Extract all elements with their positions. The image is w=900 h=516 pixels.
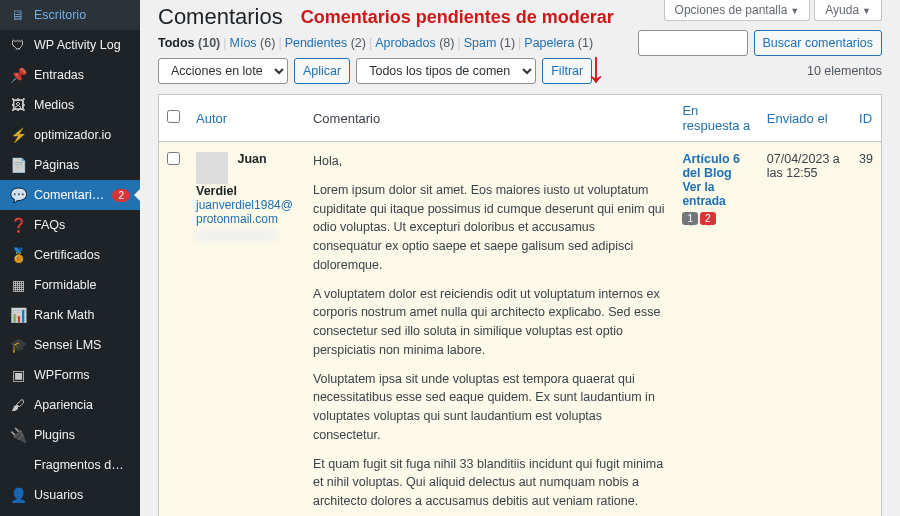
menu-icon — [10, 457, 26, 473]
menu-icon: 🔌 — [10, 427, 26, 443]
sidebar-item-escritorio[interactable]: 🖥Escritorio — [0, 0, 140, 30]
sidebar-item-label: optimizador.io — [34, 128, 130, 142]
menu-icon: 👤 — [10, 487, 26, 503]
page-title: Comentarios — [158, 4, 283, 30]
sidebar-item-label: Usuarios — [34, 488, 130, 502]
menu-icon: 🖥 — [10, 7, 26, 23]
menu-icon: 🖼 — [10, 97, 26, 113]
sidebar-item-comentarios[interactable]: 💬Comentarios2 — [0, 180, 140, 210]
search-comments-button[interactable]: Buscar comentarios — [754, 30, 882, 56]
sidebar-item-label: Escritorio — [34, 8, 130, 22]
status-filter-pendientes[interactable]: Pendientes (2) — [285, 36, 366, 50]
response-cell: Artículo 6 del Blog Ver la entrada 1 2 — [674, 142, 758, 517]
sidebar-item-label: Páginas — [34, 158, 130, 172]
pending-count-bubble[interactable]: 2 — [700, 212, 716, 225]
sidebar-item-label: Medios — [34, 98, 130, 112]
menu-icon: 🎓 — [10, 337, 26, 353]
sidebar-item-faqs[interactable]: ❓FAQs — [0, 210, 140, 240]
comments-table: Autor Comentario En respuesta a Enviado … — [158, 94, 882, 516]
menu-icon: 📌 — [10, 67, 26, 83]
sidebar-item-fragmentos-de-c-digo[interactable]: Fragmentos de código — [0, 450, 140, 480]
avatar — [196, 152, 228, 184]
bulk-action-select[interactable]: Acciones en lote — [158, 58, 288, 84]
comment-cell: Hola,Lorem ipsum dolor sit amet. Eos mai… — [305, 142, 674, 517]
annotation-label: Comentarios pendientes de moderar — [301, 7, 614, 28]
comment-type-select[interactable]: Todos los tipos de comen — [356, 58, 536, 84]
sidebar-item-sensei-lms[interactable]: 🎓Sensei LMS — [0, 330, 140, 360]
sidebar-item-label: Rank Math — [34, 308, 130, 322]
item-count: 10 elementos — [807, 64, 882, 78]
sidebar-item-label: Apariencia — [34, 398, 130, 412]
sidebar-item-optimizador-io[interactable]: ⚡optimizador.io — [0, 120, 140, 150]
menu-icon: 🏅 — [10, 247, 26, 263]
table-row: Juan Verdiel juanverdiel1984@protonmail.… — [159, 142, 882, 517]
sidebar-item-entradas[interactable]: 📌Entradas — [0, 60, 140, 90]
select-all-checkbox[interactable] — [167, 110, 180, 123]
status-filter-todos[interactable]: Todos (10) — [158, 36, 220, 50]
status-filter-spam[interactable]: Spam (1) — [464, 36, 515, 50]
sidebar-item-label: Plugins — [34, 428, 130, 442]
caret-down-icon: ▼ — [862, 6, 871, 16]
sidebar-item-wpforms[interactable]: ▣WPForms — [0, 360, 140, 390]
filter-button[interactable]: Filtrar — [542, 58, 592, 84]
menu-icon: ⚡ — [10, 127, 26, 143]
menu-icon: ❓ — [10, 217, 26, 233]
sidebar-item-label: Formidable — [34, 278, 130, 292]
col-comment: Comentario — [305, 95, 674, 142]
col-author[interactable]: Autor — [196, 111, 227, 126]
main-content: Opciones de pantalla▼ Ayuda▼ Buscar come… — [140, 0, 900, 516]
sidebar-item-label: Comentarios — [34, 188, 104, 202]
sidebar-item-wp-activity-log[interactable]: 🛡WP Activity Log — [0, 30, 140, 60]
caret-down-icon: ▼ — [790, 6, 799, 16]
col-date[interactable]: Enviado el — [767, 111, 828, 126]
author-cell: Juan Verdiel juanverdiel1984@protonmail.… — [188, 142, 305, 517]
row-checkbox[interactable] — [167, 152, 180, 165]
menu-icon: 📄 — [10, 157, 26, 173]
sidebar-item-certificados[interactable]: 🏅Certificados — [0, 240, 140, 270]
menu-icon: 📊 — [10, 307, 26, 323]
id-cell: 39 — [851, 142, 881, 517]
admin-sidebar: 🖥Escritorio🛡WP Activity Log📌Entradas🖼Med… — [0, 0, 140, 516]
search-comments-box: Buscar comentarios — [638, 30, 882, 56]
sidebar-item-label: FAQs — [34, 218, 130, 232]
bulk-apply-button[interactable]: Aplicar — [294, 58, 350, 84]
sidebar-item-label: Sensei LMS — [34, 338, 130, 352]
menu-icon: 🖌 — [10, 397, 26, 413]
view-post-link[interactable]: Ver la entrada — [682, 180, 725, 208]
sidebar-item-medios[interactable]: 🖼Medios — [0, 90, 140, 120]
sidebar-item-label: Certificados — [34, 248, 130, 262]
status-filter-míos[interactable]: Míos (6) — [230, 36, 276, 50]
sidebar-item-profile-builder[interactable]: 👤Profile Builder — [0, 510, 140, 516]
toolbar: Acciones en lote Aplicar Todos los tipos… — [158, 58, 882, 84]
response-post-link[interactable]: Artículo 6 del Blog — [682, 152, 740, 180]
sidebar-item-label: WPForms — [34, 368, 130, 382]
sidebar-item-label: WP Activity Log — [34, 38, 130, 52]
screen-options-tab[interactable]: Opciones de pantalla▼ — [664, 0, 811, 21]
blurred-line — [196, 230, 276, 240]
menu-icon: 💬 — [10, 187, 26, 203]
help-tab[interactable]: Ayuda▼ — [814, 0, 882, 21]
sidebar-item-label: Entradas — [34, 68, 130, 82]
approved-count-bubble[interactable]: 1 — [682, 212, 698, 225]
search-comments-input[interactable] — [638, 30, 748, 56]
author-email[interactable]: juanverdiel1984@protonmail.com — [196, 198, 293, 226]
sidebar-item-apariencia[interactable]: 🖌Apariencia — [0, 390, 140, 420]
sidebar-item-plugins[interactable]: 🔌Plugins — [0, 420, 140, 450]
sidebar-item-p-ginas[interactable]: 📄Páginas — [0, 150, 140, 180]
date-cell: 07/04/2023 a las 12:55 — [759, 142, 851, 517]
col-id[interactable]: ID — [859, 111, 872, 126]
sidebar-item-formidable[interactable]: ▦Formidable — [0, 270, 140, 300]
menu-icon: ▦ — [10, 277, 26, 293]
pending-badge: 2 — [112, 189, 130, 202]
status-filter-aprobados[interactable]: Aprobados (8) — [375, 36, 454, 50]
col-response[interactable]: En respuesta a — [682, 103, 750, 133]
menu-icon: 🛡 — [10, 37, 26, 53]
status-filter-papelera[interactable]: Papelera (1) — [524, 36, 593, 50]
menu-icon: ▣ — [10, 367, 26, 383]
sidebar-item-label: Fragmentos de código — [34, 458, 130, 472]
sidebar-item-rank-math[interactable]: 📊Rank Math — [0, 300, 140, 330]
sidebar-item-usuarios[interactable]: 👤Usuarios — [0, 480, 140, 510]
